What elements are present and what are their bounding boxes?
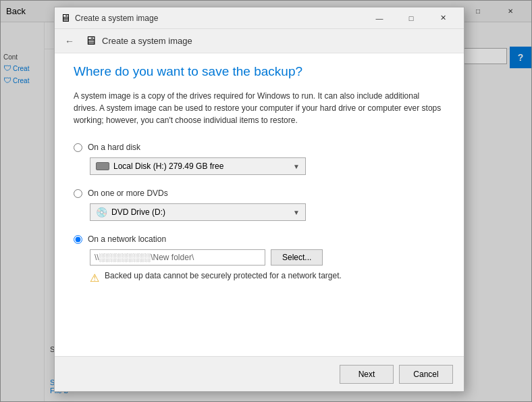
warning-row: ⚠ Backed up data cannot be securely prot… <box>90 271 445 284</box>
label-dvds[interactable]: On one or more DVDs <box>88 189 168 198</box>
modal-title-text: Create a system image <box>75 14 158 23</box>
warning-icon: ⚠ <box>90 272 99 284</box>
dvd-icon: 💿 <box>96 207 107 218</box>
next-button[interactable]: Next <box>340 365 394 384</box>
modal-titlebar: 🖥 Create a system image — □ ✕ <box>55 7 464 29</box>
modal-maximize-button[interactable]: □ <box>396 8 427 28</box>
option-row-hard-disk: On a hard disk <box>74 143 445 152</box>
modal-title-icon: 🖥 <box>60 12 71 24</box>
modal-titlebar-controls: — □ ✕ <box>364 8 458 28</box>
modal-heading: Where do you want to save the backup? <box>74 64 445 79</box>
modal-back-button[interactable]: ← <box>60 32 79 51</box>
dvd-dropdown[interactable]: 💿 DVD Drive (D:) ▼ <box>90 203 306 221</box>
modal-navbar: ← 🖥 Create a system image <box>55 29 464 53</box>
radio-dvds[interactable] <box>74 189 82 198</box>
hard-disk-dropdown[interactable]: Local Disk (H:) 279.49 GB free ▼ <box>90 157 306 175</box>
modal-close-button[interactable]: ✕ <box>427 8 458 28</box>
modal-nav-title: Create a system image <box>102 36 192 46</box>
network-input-row: Select... <box>90 249 445 266</box>
option-row-network: On a network location <box>74 234 445 244</box>
chevron-down-icon-hdd: ▼ <box>293 163 300 170</box>
modal-footer: Next Cancel <box>55 356 464 391</box>
option-group-dvds: On one or more DVDs 💿 DVD Drive (D:) ▼ <box>74 189 445 221</box>
option-group-network: On a network location Select... ⚠ Backed… <box>74 234 445 284</box>
hdd-icon <box>96 162 109 170</box>
chevron-down-icon-dvd: ▼ <box>293 209 300 216</box>
network-path-input[interactable] <box>90 249 265 266</box>
hard-disk-value: Local Disk (H:) 279.49 GB free <box>113 161 223 171</box>
select-location-button[interactable]: Select... <box>271 249 323 266</box>
modal-body: Where do you want to save the backup? A … <box>55 53 464 356</box>
dvd-value: DVD Drive (D:) <box>111 207 165 217</box>
create-system-image-dialog: 🖥 Create a system image — □ ✕ ← 🖥 Create… <box>54 7 464 392</box>
modal-description: A system image is a copy of the drives r… <box>74 90 445 126</box>
dropdown-row-hard-disk: Local Disk (H:) 279.49 GB free ▼ <box>90 157 445 175</box>
label-hard-disk[interactable]: On a hard disk <box>88 143 140 152</box>
modal-nav-icon: 🖥 <box>84 34 97 48</box>
radio-hard-disk[interactable] <box>74 143 82 152</box>
option-row-dvds: On one or more DVDs <box>74 189 445 198</box>
cancel-button[interactable]: Cancel <box>399 365 453 384</box>
option-group-hard-disk: On a hard disk Local Disk (H:) 279.49 GB… <box>74 143 445 175</box>
modal-minimize-button[interactable]: — <box>364 8 395 28</box>
warning-text: Backed up data cannot be securely protec… <box>105 271 342 280</box>
radio-network[interactable] <box>74 235 82 244</box>
label-network[interactable]: On a network location <box>88 234 166 244</box>
dropdown-row-dvds: 💿 DVD Drive (D:) ▼ <box>90 203 445 221</box>
